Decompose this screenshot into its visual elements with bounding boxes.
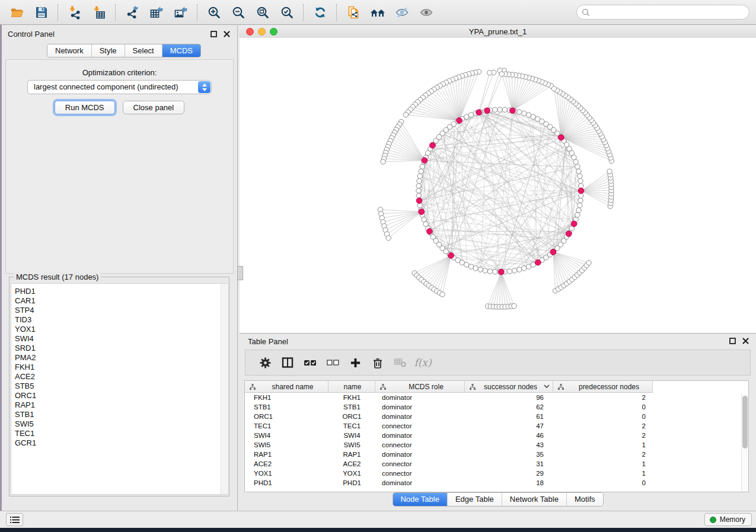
dropdown-stepper-icon[interactable] [198, 81, 210, 93]
delete-table-button[interactable] [389, 357, 412, 368]
column-header-name[interactable]: name [328, 381, 375, 393]
table-cell: YOX1 [245, 470, 328, 477]
table-row[interactable]: ACE2ACE2connector311 [245, 459, 748, 469]
mcds-result-list[interactable]: PHD1CAR1STP4TID3YOX1SWI4SRD1PMA2FKH1ACE2… [11, 283, 228, 495]
mcds-result-item[interactable]: CAR1 [11, 296, 227, 306]
zoom-selected-icon [280, 5, 294, 20]
table-row[interactable]: YOX1YOX1connector291 [245, 469, 748, 478]
export-image-button[interactable] [168, 2, 193, 23]
function-builder-button[interactable]: f(x) [412, 357, 434, 368]
mcds-result-item[interactable]: TID3 [11, 315, 227, 325]
first-neighbors-button[interactable] [365, 2, 390, 23]
select-all-button[interactable] [299, 358, 321, 367]
mcds-result-item[interactable]: PMA2 [11, 353, 227, 363]
tab-edge-table[interactable]: Edge Table [448, 493, 502, 506]
column-header-mcds-role[interactable]: MCDS role [375, 381, 465, 393]
close-window-button[interactable] [246, 28, 254, 36]
column-header-shared-name[interactable]: shared name [245, 381, 328, 393]
mcds-result-item[interactable]: FKH1 [11, 363, 227, 372]
import-network-button[interactable] [62, 2, 87, 23]
network-graph[interactable] [240, 38, 756, 333]
column-header-successor-nodes[interactable]: successor nodes [465, 381, 553, 393]
table-row[interactable]: SWI4SWI4dominator462 [245, 431, 748, 440]
mcds-result-item[interactable]: ACE2 [11, 372, 227, 382]
search-input[interactable] [593, 8, 744, 17]
save-button[interactable] [29, 2, 53, 23]
table-row[interactable]: RAP1RAP1dominator352 [245, 450, 748, 459]
refresh-button[interactable] [308, 2, 332, 23]
export-table-button[interactable] [144, 2, 168, 23]
minimize-window-button[interactable] [258, 28, 266, 36]
memory-button[interactable]: Memory [704, 513, 752, 526]
network-window-titlebar[interactable]: YPA_prune.txt_1 [240, 25, 756, 39]
table-row[interactable]: FKH1FKH1dominator962 [245, 393, 748, 402]
zoom-out-button[interactable] [226, 2, 250, 23]
duplicate-network-button[interactable] [341, 2, 365, 23]
table-scrollbar-thumb[interactable] [742, 396, 748, 448]
mcds-result-item[interactable]: STB1 [11, 410, 227, 419]
mcds-result-item[interactable]: YOX1 [11, 325, 227, 334]
table-cell: 29 [465, 470, 553, 477]
table-settings-button[interactable] [254, 357, 276, 369]
float-panel-icon[interactable] [729, 338, 736, 344]
table-row[interactable]: SWI5SWI5connector431 [245, 440, 748, 450]
column-header-predecessor-nodes[interactable]: predecessor nodes [553, 381, 653, 393]
mcds-result-item[interactable]: TEC1 [11, 429, 227, 438]
table-cell: dominator [375, 413, 465, 420]
sort-desc-icon [544, 384, 550, 389]
open-folder-button[interactable] [5, 2, 29, 23]
search-box[interactable] [576, 5, 749, 20]
table-cell: SWI5 [245, 441, 328, 448]
mcds-result-item[interactable]: SWI4 [11, 334, 227, 344]
task-history-button[interactable] [6, 513, 23, 526]
add-column-button[interactable] [344, 357, 366, 368]
run-mcds-button[interactable]: Run MCDS [55, 101, 115, 114]
float-panel-icon[interactable] [210, 31, 217, 37]
table-row[interactable]: STB1STB1dominator620 [245, 402, 748, 412]
mcds-result-item[interactable]: RAP1 [11, 400, 227, 410]
tab-select[interactable]: Select [125, 44, 162, 57]
table-columns-button[interactable] [276, 357, 299, 368]
table-row[interactable]: TEC1TEC1connector472 [245, 421, 748, 431]
mcds-result-item[interactable]: SRD1 [11, 344, 227, 353]
tab-network-table[interactable]: Network Table [502, 493, 567, 506]
zoom-in-button[interactable] [202, 2, 226, 23]
optimization-criterion-select[interactable]: largest connected component (undirected) [27, 80, 212, 94]
table-tabs: Node TableEdge TableNetwork TableMotifs [392, 492, 603, 507]
zoom-fit-button[interactable] [250, 2, 275, 23]
zoom-selected-button[interactable] [275, 2, 299, 23]
show-all-button[interactable] [414, 2, 438, 23]
tab-motifs[interactable]: Motifs [567, 493, 603, 506]
maximize-window-button[interactable] [270, 28, 277, 36]
tab-mcds[interactable]: MCDS [162, 44, 200, 57]
table-cell: connector [375, 460, 465, 467]
result-scrollbar[interactable] [221, 284, 228, 494]
table-row[interactable]: PHD1PHD1dominator180 [245, 478, 748, 488]
mcds-result-item[interactable]: STB5 [11, 382, 227, 391]
mcds-result-item[interactable]: STP4 [11, 306, 227, 315]
main-toolbar [0, 0, 756, 25]
tab-network[interactable]: Network [47, 44, 92, 57]
deselect-all-button[interactable] [321, 358, 344, 367]
tab-style[interactable]: Style [92, 44, 125, 57]
mcds-result-item[interactable]: ORC1 [11, 391, 227, 400]
mcds-result-item[interactable]: SWI5 [11, 419, 227, 429]
hide-selected-button[interactable] [390, 2, 414, 23]
table-row[interactable]: ORC1ORC1dominator610 [245, 412, 748, 421]
network-canvas[interactable] [240, 38, 756, 333]
import-table-button[interactable] [87, 2, 111, 23]
mcds-result-item[interactable]: GCR1 [11, 438, 227, 448]
panel-splitter-handle[interactable] [237, 266, 243, 280]
table-cell: SWI4 [328, 432, 375, 439]
search-icon [582, 8, 590, 17]
table-scrollbar[interactable] [741, 393, 748, 492]
close-panel-button[interactable]: Close panel [123, 101, 185, 114]
tab-node-table[interactable]: Node Table [393, 493, 448, 506]
close-panel-icon[interactable] [224, 31, 230, 37]
network-window: YPA_prune.txt_1 [240, 25, 756, 333]
close-panel-icon[interactable] [742, 338, 749, 344]
export-network-button[interactable] [120, 2, 144, 23]
export-table-icon [149, 5, 164, 20]
delete-column-button[interactable] [366, 357, 389, 369]
mcds-result-item[interactable]: PHD1 [11, 287, 227, 296]
